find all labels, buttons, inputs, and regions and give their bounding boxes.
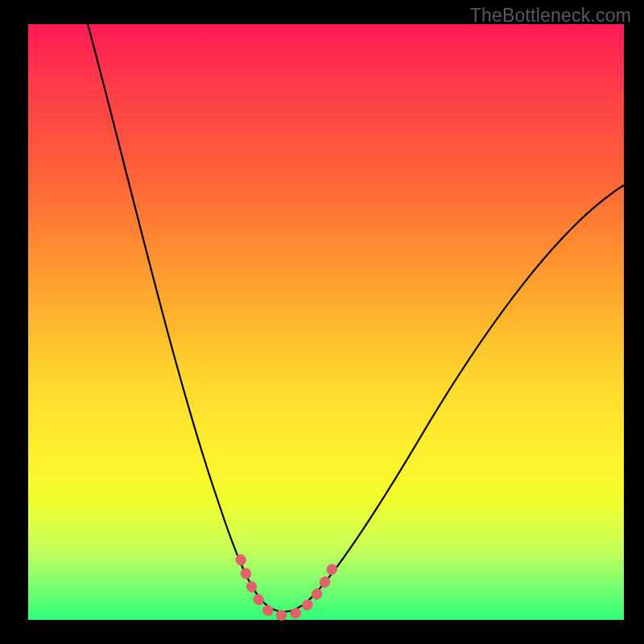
chart-frame: TheBottleneck.com (0, 0, 644, 644)
curve-svg (28, 24, 624, 620)
plot-area (28, 24, 624, 620)
bottleneck-curve (88, 24, 624, 612)
watermark-label: TheBottleneck.com (470, 5, 631, 27)
